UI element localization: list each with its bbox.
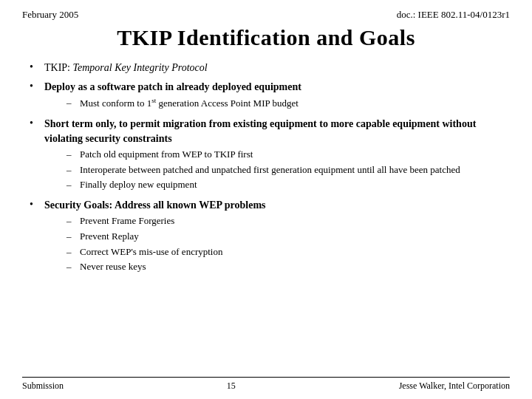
sub-text-3-1: Patch old equipment from WEP to TKIP fir… (80, 148, 253, 161)
bullet-2-text: Deploy as a software patch in already de… (44, 81, 301, 92)
bullet-3-subbullets: – Patch old equipment from WEP to TKIP f… (66, 148, 502, 191)
content-area: • TKIP: Temporal Key Integrity Protocol … (22, 61, 510, 372)
main-title: TKIP Identification and Goals (22, 25, 510, 50)
sub-dash-3-2: – (66, 163, 80, 177)
tkip-acronym: Temporal Key Integrity Protocol (73, 62, 208, 73)
bullet-4-marker: • (30, 198, 44, 211)
bullet-4: • Security Goals: Address all known WEP … (30, 198, 502, 276)
bullet-4-subbullets: – Prevent Frame Forgeries – Prevent Repl… (66, 214, 266, 273)
bullet-4-content: Security Goals: Address all known WEP pr… (44, 198, 266, 276)
sub-text-2-1: Must conform to 1st generation Access Po… (80, 96, 299, 110)
sub-dash-4-1: – (66, 214, 80, 228)
sub-text-4-3: Correct WEP's mis-use of encryption (80, 245, 222, 259)
footer-author: Jesse Walker, Intel Corporation (399, 381, 510, 392)
bullet-3-content: Short term only, to permit migration fro… (44, 117, 502, 194)
sub-bullet-3-3: – Finally deploy new equipment (66, 178, 502, 191)
bullet-1: • TKIP: Temporal Key Integrity Protocol (30, 61, 502, 75)
sub-dash-3-3: – (66, 178, 80, 191)
sub-dash-4-4: – (66, 260, 80, 273)
footer-submission: Submission (22, 381, 64, 392)
bullet-3: • Short term only, to permit migration f… (30, 117, 502, 194)
sub-text-4-2: Prevent Replay (80, 230, 139, 243)
sub-bullet-3-2: – Interoperate between patched and unpat… (66, 163, 502, 177)
sub-bullet-2-1: – Must conform to 1st generation Access … (66, 96, 301, 110)
bullet-2-marker: • (30, 80, 44, 92)
sub-bullet-4-3: – Correct WEP's mis-use of encryption (66, 245, 266, 259)
sub-text-4-4: Never reuse keys (80, 260, 146, 273)
sub-bullet-4-4: – Never reuse keys (66, 260, 266, 273)
bullet-3-marker: • (30, 117, 44, 129)
sub-dash-2-1: – (66, 96, 80, 109)
sub-bullet-3-1: – Patch old equipment from WEP to TKIP f… (66, 148, 502, 161)
sub-text-3-3: Finally deploy new equipment (80, 178, 197, 191)
sub-text-3-2: Interoperate between patched and unpatch… (80, 163, 460, 177)
bullet-2-content: Deploy as a software patch in already de… (44, 80, 301, 112)
bullet-2: • Deploy as a software patch in already … (30, 80, 502, 112)
header-date: February 2005 (22, 9, 78, 21)
bullet-1-marker: • (30, 61, 44, 73)
sub-text-4-1: Prevent Frame Forgeries (80, 214, 174, 228)
bullet-1-text: TKIP: Temporal Key Integrity Protocol (44, 61, 208, 75)
header-doc: doc.: IEEE 802.11-04/0123r1 (397, 9, 510, 21)
page: February 2005 doc.: IEEE 802.11-04/0123r… (0, 0, 532, 399)
sub-bullet-4-1: – Prevent Frame Forgeries (66, 214, 266, 228)
footer: Submission 15 Jesse Walker, Intel Corpor… (22, 377, 510, 392)
sub-dash-3-1: – (66, 148, 80, 161)
sub-dash-4-2: – (66, 230, 80, 243)
bullet-2-subbullets: – Must conform to 1st generation Access … (66, 96, 301, 110)
bullet-4-text: Security Goals: Address all known WEP pr… (44, 200, 266, 211)
sub-bullet-4-2: – Prevent Replay (66, 230, 266, 243)
header: February 2005 doc.: IEEE 802.11-04/0123r… (22, 9, 510, 21)
bullet-3-text: Short term only, to permit migration fro… (44, 118, 476, 144)
footer-page: 15 (227, 381, 236, 392)
title-section: TKIP Identification and Goals (22, 25, 510, 50)
sub-dash-4-3: – (66, 245, 80, 259)
